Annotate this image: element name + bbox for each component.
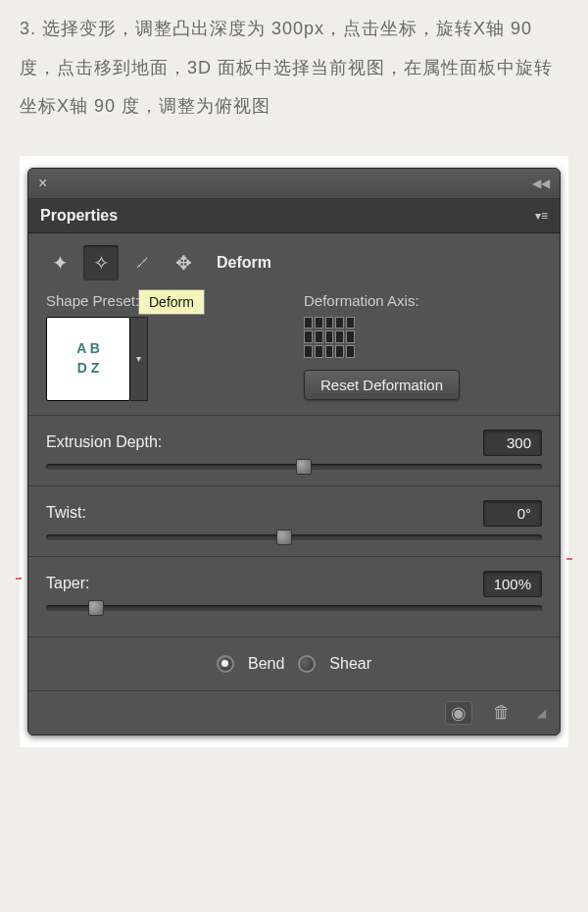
twist-slider-thumb[interactable] bbox=[276, 530, 292, 545]
extrusion-slider-thumb[interactable] bbox=[296, 459, 312, 475]
panel-menu-icon[interactable]: ▾≡ bbox=[535, 209, 548, 223]
tab-mesh-icon[interactable]: ✦ bbox=[42, 245, 77, 280]
panel-title: Properties bbox=[40, 207, 118, 225]
extrusion-label: Extrusion Depth: bbox=[46, 433, 162, 451]
extrusion-value[interactable]: 300 bbox=[483, 430, 542, 456]
twist-section: Twist: 0° bbox=[28, 486, 560, 557]
panel-top-bar: × ◀◀ bbox=[28, 169, 560, 199]
preset-axis-section: Shape Preset: A B D Z ▾ Deformation Axis… bbox=[28, 288, 560, 416]
taper-slider-thumb[interactable] bbox=[88, 600, 104, 616]
render-icon[interactable]: ◉ bbox=[445, 701, 472, 725]
instruction-text: 3. 选择变形，调整凸出深度为 300px，点击坐标，旋转X轴 90 度，点击移… bbox=[20, 10, 568, 127]
extrusion-slider[interactable] bbox=[46, 464, 542, 470]
resize-corner-icon[interactable]: ◢ bbox=[537, 706, 546, 720]
trash-icon[interactable]: 🗑 bbox=[488, 701, 515, 725]
deformation-axis-label: Deformation Axis: bbox=[304, 292, 542, 309]
deformation-axis-grid[interactable] bbox=[304, 317, 355, 358]
panel-screenshot: × ◀◀ Properties ▾≡ ✦ ✧ ⟋ ✥ Deform Deform… bbox=[20, 156, 568, 747]
shear-radio[interactable] bbox=[298, 655, 316, 673]
tab-coordinates-icon[interactable]: ✥ bbox=[166, 245, 201, 280]
shear-label: Shear bbox=[329, 655, 371, 673]
extrusion-section: Extrusion Depth: 300 bbox=[28, 416, 560, 486]
tab-deform-icon[interactable]: ✧ bbox=[83, 245, 119, 280]
tab-label: Deform bbox=[217, 254, 271, 272]
deform-tooltip: Deform bbox=[138, 289, 205, 315]
bend-radio[interactable] bbox=[217, 655, 234, 673]
properties-panel: × ◀◀ Properties ▾≡ ✦ ✧ ⟋ ✥ Deform Deform… bbox=[27, 168, 561, 735]
close-icon[interactable]: × bbox=[38, 175, 47, 192]
collapse-icon[interactable]: ◀◀ bbox=[532, 177, 550, 190]
tab-row: ✦ ✧ ⟋ ✥ Deform bbox=[28, 233, 560, 288]
twist-slider[interactable] bbox=[46, 534, 542, 540]
shape-preset-thumbnail[interactable]: A B D Z bbox=[46, 317, 130, 401]
panel-footer: ◉ 🗑 ◢ bbox=[28, 690, 560, 735]
reset-deformation-button[interactable]: Reset Deformation bbox=[304, 370, 460, 400]
shape-preset-dropdown[interactable]: ▾ bbox=[130, 317, 148, 401]
bend-label: Bend bbox=[248, 655, 284, 673]
tab-cap-icon[interactable]: ⟋ bbox=[124, 245, 160, 280]
twist-value[interactable]: 0° bbox=[483, 500, 542, 527]
taper-slider[interactable] bbox=[46, 605, 542, 611]
taper-value[interactable]: 100% bbox=[483, 571, 542, 597]
taper-label: Taper: bbox=[46, 575, 89, 592]
panel-title-bar: Properties ▾≡ bbox=[28, 199, 560, 233]
taper-section: Taper: 100% bbox=[28, 557, 560, 636]
twist-label: Twist: bbox=[46, 504, 86, 522]
bend-shear-row: Bend Shear bbox=[28, 636, 560, 690]
